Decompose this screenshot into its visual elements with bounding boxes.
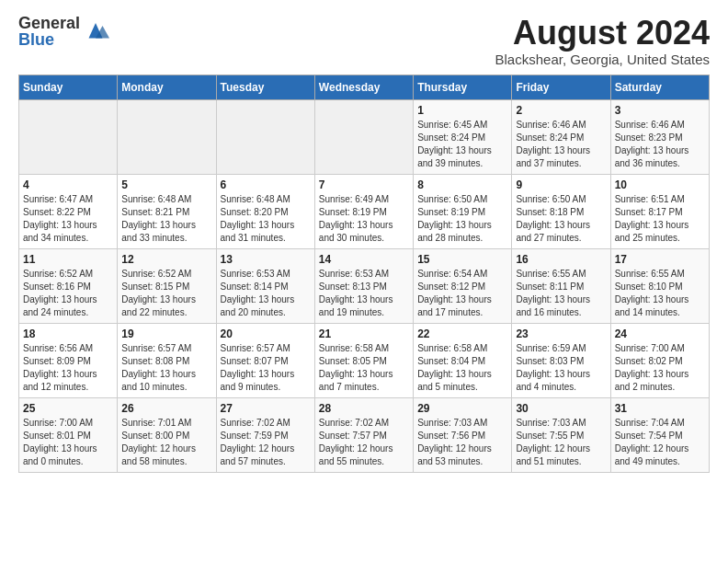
calendar-cell: 12Sunrise: 6:52 AM Sunset: 8:15 PM Dayli… bbox=[118, 248, 216, 323]
page-subtitle: Blackshear, Georgia, United States bbox=[495, 52, 710, 67]
calendar-cell: 28Sunrise: 7:02 AM Sunset: 7:57 PM Dayli… bbox=[314, 397, 413, 472]
logo-text: General Blue bbox=[18, 15, 80, 48]
day-info: Sunrise: 6:58 AM Sunset: 8:05 PM Dayligh… bbox=[319, 342, 409, 394]
day-number: 2 bbox=[516, 104, 606, 117]
calendar-cell: 30Sunrise: 7:03 AM Sunset: 7:55 PM Dayli… bbox=[512, 397, 610, 472]
calendar-cell: 1Sunrise: 6:45 AM Sunset: 8:24 PM Daylig… bbox=[414, 99, 512, 174]
day-info: Sunrise: 6:46 AM Sunset: 8:24 PM Dayligh… bbox=[516, 119, 606, 170]
day-info: Sunrise: 7:03 AM Sunset: 7:55 PM Dayligh… bbox=[516, 417, 606, 468]
day-info: Sunrise: 6:56 AM Sunset: 8:09 PM Dayligh… bbox=[23, 342, 113, 394]
day-number: 12 bbox=[121, 253, 211, 266]
day-info: Sunrise: 6:48 AM Sunset: 8:21 PM Dayligh… bbox=[121, 193, 211, 245]
calendar-cell: 5Sunrise: 6:48 AM Sunset: 8:21 PM Daylig… bbox=[118, 174, 216, 248]
header-sunday: Sunday bbox=[19, 75, 118, 99]
day-info: Sunrise: 6:57 AM Sunset: 8:07 PM Dayligh… bbox=[221, 342, 311, 394]
day-info: Sunrise: 6:49 AM Sunset: 8:19 PM Dayligh… bbox=[319, 193, 409, 245]
calendar-cell: 4Sunrise: 6:47 AM Sunset: 8:22 PM Daylig… bbox=[19, 174, 118, 248]
calendar-cell: 21Sunrise: 6:58 AM Sunset: 8:05 PM Dayli… bbox=[314, 323, 413, 397]
calendar-cell bbox=[314, 99, 413, 174]
day-info: Sunrise: 6:46 AM Sunset: 8:23 PM Dayligh… bbox=[615, 119, 705, 170]
day-info: Sunrise: 6:58 AM Sunset: 8:04 PM Dayligh… bbox=[417, 342, 507, 394]
calendar-cell: 19Sunrise: 6:57 AM Sunset: 8:08 PM Dayli… bbox=[118, 323, 216, 397]
day-info: Sunrise: 7:04 AM Sunset: 7:54 PM Dayligh… bbox=[615, 417, 705, 468]
calendar-cell: 15Sunrise: 6:54 AM Sunset: 8:12 PM Dayli… bbox=[414, 248, 512, 323]
day-number: 25 bbox=[23, 402, 113, 415]
calendar-cell: 20Sunrise: 6:57 AM Sunset: 8:07 PM Dayli… bbox=[216, 323, 314, 397]
calendar-week-row: 18Sunrise: 6:56 AM Sunset: 8:09 PM Dayli… bbox=[19, 323, 710, 397]
day-info: Sunrise: 7:03 AM Sunset: 7:56 PM Dayligh… bbox=[417, 417, 507, 468]
day-number: 17 bbox=[615, 253, 705, 266]
day-info: Sunrise: 6:50 AM Sunset: 8:18 PM Dayligh… bbox=[516, 193, 606, 245]
day-info: Sunrise: 6:50 AM Sunset: 8:19 PM Dayligh… bbox=[417, 193, 507, 245]
day-info: Sunrise: 6:45 AM Sunset: 8:24 PM Dayligh… bbox=[417, 119, 507, 170]
day-info: Sunrise: 6:48 AM Sunset: 8:20 PM Dayligh… bbox=[221, 193, 311, 245]
calendar-cell: 11Sunrise: 6:52 AM Sunset: 8:16 PM Dayli… bbox=[19, 248, 118, 323]
day-number: 27 bbox=[221, 402, 311, 415]
calendar-table: SundayMondayTuesdayWednesdayThursdayFrid… bbox=[18, 75, 710, 473]
day-number: 22 bbox=[417, 327, 507, 340]
calendar-cell: 10Sunrise: 6:51 AM Sunset: 8:17 PM Dayli… bbox=[610, 174, 709, 248]
header-tuesday: Tuesday bbox=[216, 75, 314, 99]
day-number: 19 bbox=[121, 327, 211, 340]
calendar-cell bbox=[19, 99, 118, 174]
logo-line1: General bbox=[18, 15, 80, 31]
day-number: 4 bbox=[23, 178, 113, 191]
calendar-week-row: 11Sunrise: 6:52 AM Sunset: 8:16 PM Dayli… bbox=[19, 248, 710, 323]
day-number: 9 bbox=[516, 178, 606, 191]
day-info: Sunrise: 6:55 AM Sunset: 8:10 PM Dayligh… bbox=[615, 268, 705, 319]
header-thursday: Thursday bbox=[414, 75, 512, 99]
day-number: 13 bbox=[221, 253, 311, 266]
calendar-cell: 31Sunrise: 7:04 AM Sunset: 7:54 PM Dayli… bbox=[610, 397, 709, 472]
page-title: August 2024 bbox=[495, 15, 710, 52]
calendar-cell: 17Sunrise: 6:55 AM Sunset: 8:10 PM Dayli… bbox=[610, 248, 709, 323]
day-number: 26 bbox=[121, 402, 211, 415]
day-number: 29 bbox=[417, 402, 507, 415]
calendar-cell: 22Sunrise: 6:58 AM Sunset: 8:04 PM Dayli… bbox=[414, 323, 512, 397]
day-info: Sunrise: 6:54 AM Sunset: 8:12 PM Dayligh… bbox=[417, 268, 507, 319]
day-number: 30 bbox=[516, 402, 606, 415]
day-number: 8 bbox=[417, 178, 507, 191]
day-info: Sunrise: 7:00 AM Sunset: 8:02 PM Dayligh… bbox=[615, 342, 705, 394]
day-number: 6 bbox=[221, 178, 311, 191]
calendar-cell: 16Sunrise: 6:55 AM Sunset: 8:11 PM Dayli… bbox=[512, 248, 610, 323]
calendar-cell: 25Sunrise: 7:00 AM Sunset: 8:01 PM Dayli… bbox=[19, 397, 118, 472]
day-number: 11 bbox=[23, 253, 113, 266]
calendar-cell: 8Sunrise: 6:50 AM Sunset: 8:19 PM Daylig… bbox=[414, 174, 512, 248]
day-info: Sunrise: 6:57 AM Sunset: 8:08 PM Dayligh… bbox=[121, 342, 211, 394]
day-number: 15 bbox=[417, 253, 507, 266]
calendar-cell: 18Sunrise: 6:56 AM Sunset: 8:09 PM Dayli… bbox=[19, 323, 118, 397]
header-friday: Friday bbox=[512, 75, 610, 99]
day-info: Sunrise: 7:00 AM Sunset: 8:01 PM Dayligh… bbox=[23, 417, 113, 468]
logo-line2: Blue bbox=[18, 31, 80, 48]
day-info: Sunrise: 6:51 AM Sunset: 8:17 PM Dayligh… bbox=[615, 193, 705, 245]
day-info: Sunrise: 7:02 AM Sunset: 7:59 PM Dayligh… bbox=[221, 417, 311, 468]
calendar-week-row: 1Sunrise: 6:45 AM Sunset: 8:24 PM Daylig… bbox=[19, 99, 710, 174]
day-number: 20 bbox=[221, 327, 311, 340]
day-number: 10 bbox=[615, 178, 705, 191]
day-info: Sunrise: 6:47 AM Sunset: 8:22 PM Dayligh… bbox=[23, 193, 113, 245]
calendar-cell: 27Sunrise: 7:02 AM Sunset: 7:59 PM Dayli… bbox=[216, 397, 314, 472]
day-number: 3 bbox=[615, 104, 705, 117]
calendar-week-row: 4Sunrise: 6:47 AM Sunset: 8:22 PM Daylig… bbox=[19, 174, 710, 248]
day-number: 31 bbox=[615, 402, 705, 415]
header-monday: Monday bbox=[118, 75, 216, 99]
calendar-cell bbox=[118, 99, 216, 174]
calendar-week-row: 25Sunrise: 7:00 AM Sunset: 8:01 PM Dayli… bbox=[19, 397, 710, 472]
day-info: Sunrise: 6:52 AM Sunset: 8:15 PM Dayligh… bbox=[121, 268, 211, 319]
day-number: 28 bbox=[319, 402, 409, 415]
calendar-cell: 7Sunrise: 6:49 AM Sunset: 8:19 PM Daylig… bbox=[314, 174, 413, 248]
title-area: August 2024 Blackshear, Georgia, United … bbox=[495, 15, 710, 67]
day-number: 24 bbox=[615, 327, 705, 340]
calendar-cell: 3Sunrise: 6:46 AM Sunset: 8:23 PM Daylig… bbox=[610, 99, 709, 174]
day-number: 21 bbox=[319, 327, 409, 340]
calendar-cell: 6Sunrise: 6:48 AM Sunset: 8:20 PM Daylig… bbox=[216, 174, 314, 248]
header: General Blue August 2024 Blackshear, Geo… bbox=[18, 15, 710, 67]
calendar-cell: 9Sunrise: 6:50 AM Sunset: 8:18 PM Daylig… bbox=[512, 174, 610, 248]
logo-icon bbox=[82, 17, 109, 45]
calendar-cell: 14Sunrise: 6:53 AM Sunset: 8:13 PM Dayli… bbox=[314, 248, 413, 323]
calendar-cell: 26Sunrise: 7:01 AM Sunset: 8:00 PM Dayli… bbox=[118, 397, 216, 472]
day-info: Sunrise: 6:53 AM Sunset: 8:14 PM Dayligh… bbox=[221, 268, 311, 319]
day-info: Sunrise: 7:01 AM Sunset: 8:00 PM Dayligh… bbox=[121, 417, 211, 468]
day-info: Sunrise: 6:55 AM Sunset: 8:11 PM Dayligh… bbox=[516, 268, 606, 319]
day-info: Sunrise: 6:52 AM Sunset: 8:16 PM Dayligh… bbox=[23, 268, 113, 319]
